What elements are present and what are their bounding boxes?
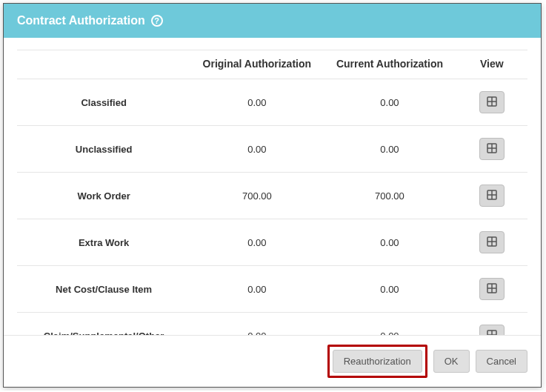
row-label: Classified <box>17 79 190 126</box>
dialog-header: Contract Authorization ? <box>4 4 541 38</box>
current-value: 0.00 <box>323 266 456 313</box>
current-value: 0.00 <box>323 219 456 266</box>
table-row: Classified0.000.00 <box>17 79 527 126</box>
reauthorization-button[interactable]: Reauthorization <box>333 350 422 373</box>
view-button[interactable] <box>479 231 505 253</box>
view-button[interactable] <box>479 185 505 207</box>
row-label: Extra Work <box>17 219 190 266</box>
grid-icon <box>487 283 497 296</box>
original-value: 0.00 <box>190 219 323 266</box>
dialog-title: Contract Authorization <box>17 14 145 27</box>
view-cell <box>456 219 527 266</box>
help-icon[interactable]: ? <box>151 15 163 27</box>
current-value: 0.00 <box>323 79 456 126</box>
reauthorization-highlight: Reauthorization <box>327 345 427 378</box>
row-label: Work Order <box>17 173 190 219</box>
view-button[interactable] <box>479 138 505 160</box>
dialog-body: Original Authorization Current Authoriza… <box>4 38 541 359</box>
current-value: 0.00 <box>323 126 456 173</box>
view-button[interactable] <box>479 278 505 300</box>
dialog-footer: Reauthorization OK Cancel <box>4 335 541 387</box>
row-label: Unclassified <box>17 126 190 173</box>
table-row: Net Cost/Clause Item0.000.00 <box>17 266 527 313</box>
header-original: Original Authorization <box>190 50 323 79</box>
header-current: Current Authorization <box>323 50 456 79</box>
grid-icon <box>487 96 497 109</box>
view-cell <box>456 79 527 126</box>
grid-icon <box>487 143 497 156</box>
authorization-table: Original Authorization Current Authoriza… <box>17 50 527 359</box>
original-value: 0.00 <box>190 266 323 313</box>
table-header-row: Original Authorization Current Authoriza… <box>17 50 527 79</box>
original-value: 700.00 <box>190 173 323 219</box>
view-cell <box>456 173 527 219</box>
view-cell <box>456 266 527 313</box>
grid-icon <box>487 236 497 249</box>
view-button[interactable] <box>479 91 505 113</box>
grid-icon <box>487 190 497 202</box>
table-row: Unclassified0.000.00 <box>17 126 527 173</box>
header-view: View <box>456 50 527 79</box>
original-value: 0.00 <box>190 79 323 126</box>
ok-button[interactable]: OK <box>433 350 470 373</box>
view-cell <box>456 126 527 173</box>
cancel-button[interactable]: Cancel <box>476 350 527 373</box>
table-row: Work Order700.00700.00 <box>17 173 527 219</box>
current-value: 700.00 <box>323 173 456 219</box>
original-value: 0.00 <box>190 126 323 173</box>
table-row: Extra Work0.000.00 <box>17 219 527 266</box>
contract-authorization-dialog: Contract Authorization ? Original Author… <box>3 3 542 388</box>
row-label: Net Cost/Clause Item <box>17 266 190 313</box>
header-label <box>17 50 190 79</box>
